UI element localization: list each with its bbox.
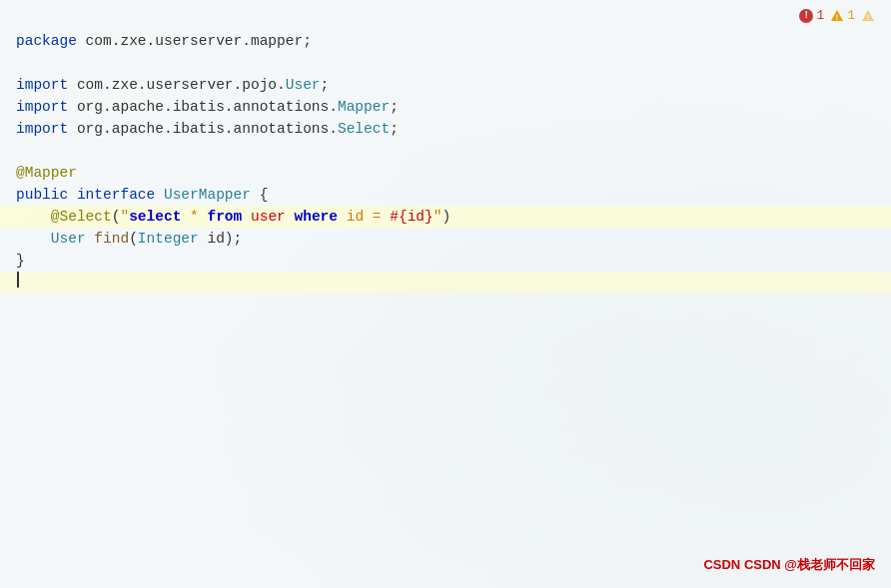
warning-icon-2: ! (861, 9, 875, 22)
error-badge: ! 1 (799, 8, 824, 23)
keyword-import-1: import (16, 74, 68, 96)
annotation-select: @Select (51, 206, 112, 228)
code-line-10: User find ( Integer id); (0, 228, 891, 250)
status-bar: ! 1 ! 1 ! (799, 8, 875, 23)
editor-container: ! 1 ! 1 ! package com.zxe.userserver.map… (0, 0, 891, 588)
code-line-5: import org.apache.ibatis.annotations.Sel… (0, 118, 891, 140)
warning-badge: ! 1 (830, 8, 855, 23)
type-user: User (51, 228, 86, 250)
keyword-import-3: import (16, 118, 68, 140)
code-line-7: @Mapper (0, 162, 891, 184)
text-cursor (17, 272, 19, 288)
keyword-interface: interface (77, 184, 155, 206)
sql-table: user (251, 206, 286, 228)
sql-select: select (129, 206, 181, 228)
class-usermapper: UserMapper (164, 184, 251, 206)
code-line-12 (0, 272, 891, 294)
code-line-8: public interface UserMapper { (0, 184, 891, 206)
sql-where: where (286, 206, 338, 228)
code-area: package com.zxe.userserver.mapper; impor… (0, 0, 891, 305)
code-line-4: import org.apache.ibatis.annotations.Map… (0, 96, 891, 118)
watermark-brand: CSDN (703, 557, 740, 572)
watermark: CSDN CSDN @栈老师不回家 (703, 556, 875, 574)
string-close-quote: " (434, 206, 443, 228)
method-find: find (94, 228, 129, 250)
code-line-2 (0, 52, 891, 74)
code-line-6 (0, 140, 891, 162)
string-open-quote: " (120, 206, 129, 228)
warning-badge-2: ! (861, 9, 875, 22)
code-line-1: package com.zxe.userserver.mapper; (0, 30, 891, 52)
sql-from: from (207, 206, 242, 228)
error-count: 1 (816, 8, 824, 23)
keyword-import-2: import (16, 96, 68, 118)
warning-count: 1 (847, 8, 855, 23)
svg-text:!: ! (866, 13, 871, 22)
sql-param: #{id} (390, 206, 434, 228)
code-line-9: @Select ( " select * from user where id … (0, 206, 891, 228)
code-line-11: } (0, 250, 891, 272)
code-line-3: import com.zxe.userserver.pojo.User; (0, 74, 891, 96)
error-icon: ! (799, 9, 813, 23)
svg-text:!: ! (835, 13, 840, 22)
type-integer: Integer (138, 228, 199, 250)
watermark-author: CSDN @栈老师不回家 (744, 557, 875, 572)
keyword-package: package (16, 30, 77, 52)
warning-icon: ! (830, 9, 844, 22)
annotation-mapper: @Mapper (16, 162, 77, 184)
keyword-public: public (16, 184, 68, 206)
